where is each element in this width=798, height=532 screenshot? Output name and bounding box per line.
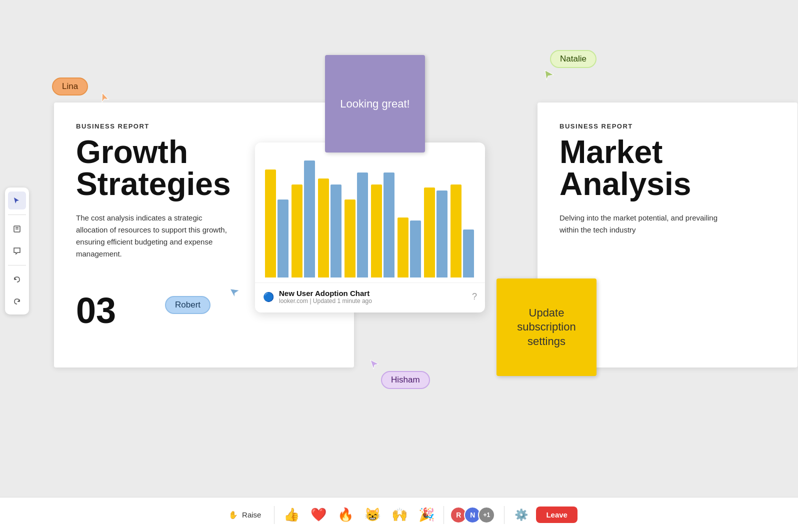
bar-blue [278, 200, 288, 278]
user-name-natalie: Natalie [560, 54, 586, 64]
emoji-fire[interactable]: 🔥 [334, 504, 358, 526]
user-cursor-lina: Lina [52, 78, 88, 96]
chart-updated: Updated 1 minute ago [313, 298, 372, 304]
svg-marker-6 [544, 70, 554, 81]
user-cursor-robert: Robert [165, 296, 210, 314]
bar-blue [330, 184, 342, 278]
chart-source-name: looker.com [279, 298, 308, 304]
sticky-purple-text: Looking great! [332, 90, 418, 118]
bar-yellow [371, 184, 382, 278]
chart-info-block: New User Adoption Chart looker.com | Upd… [279, 289, 372, 304]
chart-area [255, 142, 485, 282]
bar-group [424, 188, 448, 278]
bar-group [398, 218, 421, 278]
emoji-heart[interactable]: ❤️ [306, 504, 330, 526]
toolbar-divider [8, 214, 26, 215]
bar-group [450, 184, 474, 278]
leave-button[interactable]: Leave [536, 506, 578, 523]
toolbar-divider-2 [8, 265, 26, 266]
chart-icon: 🔵 [263, 292, 274, 302]
note-tool[interactable] [8, 220, 26, 238]
chart-footer: 🔵 New User Adoption Chart looker.com | U… [255, 282, 485, 312]
comment-tool[interactable] [8, 242, 26, 260]
cursor-arrow-natalie [542, 69, 555, 84]
user-name-hisham: Hisham [391, 375, 420, 384]
doc-body-right: Delving into the market potential, and p… [560, 212, 720, 236]
chart-title: New User Adoption Chart [279, 289, 372, 298]
bar-group [344, 172, 368, 278]
emoji-cat[interactable]: 😸 [360, 504, 384, 526]
divider-2 [444, 506, 444, 524]
sticky-note-purple[interactable]: Looking great! [325, 55, 425, 152]
bar-yellow [344, 200, 356, 278]
bar-group [265, 170, 288, 278]
emoji-thumbsup[interactable]: 👍 [280, 504, 304, 526]
business-report-label-main: BUSINESS REPORT [76, 122, 332, 130]
user-name-robert: Robert [175, 300, 200, 310]
bar-yellow [450, 184, 462, 278]
business-report-label-right: BUSINESS REPORT [560, 122, 776, 130]
undo-tool[interactable] [8, 270, 26, 288]
sticky-note-yellow[interactable]: Update subscription settings [496, 278, 596, 376]
emoji-party[interactable]: 🎉 [414, 504, 438, 526]
bar-yellow [424, 188, 435, 278]
bar-group [318, 178, 342, 278]
emoji-wave[interactable]: 🙌 [388, 504, 412, 526]
bar-blue [463, 230, 474, 278]
chart-source: looker.com | Updated 1 minute ago [279, 298, 372, 304]
user-cursor-natalie: Natalie [550, 50, 596, 68]
bar-yellow [318, 178, 329, 278]
raise-button[interactable]: ✋ Raise [220, 506, 269, 524]
bar-yellow [265, 170, 276, 278]
cursor-arrow-robert [229, 286, 242, 301]
left-toolbar [5, 188, 29, 314]
settings-button[interactable]: ⚙️ [510, 506, 533, 524]
doc-body-main: The cost analysis indicates a strategic … [76, 212, 236, 260]
canvas: BUSINESS REPORT Growth Strategies The co… [0, 0, 798, 502]
user-cursor-hisham: Hisham [381, 371, 430, 389]
bar-yellow [398, 218, 408, 278]
svg-marker-5 [370, 360, 378, 369]
divider-3 [504, 506, 504, 524]
divider-1 [274, 506, 274, 524]
user-name-lina: Lina [62, 82, 78, 91]
bar-blue [384, 172, 394, 278]
avatar-plus: +1 [478, 506, 495, 524]
svg-marker-4 [230, 288, 240, 298]
bar-group [371, 172, 394, 278]
bar-yellow [292, 184, 302, 278]
cursor-arrow-hisham [370, 359, 380, 372]
chart-footer-left: 🔵 New User Adoption Chart looker.com | U… [263, 289, 372, 304]
bottom-bar: ✋ Raise 👍 ❤️ 🔥 😸 🙌 🎉 R N +1 ⚙️ Leave [0, 497, 798, 532]
chart-card: 🔵 New User Adoption Chart looker.com | U… [255, 142, 485, 312]
raise-label: Raise [242, 510, 261, 519]
redo-tool[interactable] [8, 292, 26, 310]
raise-icon: ✋ [228, 510, 238, 520]
avatars-group: R N +1 [453, 506, 495, 524]
bar-blue [304, 160, 315, 278]
bar-group [292, 160, 315, 278]
doc-title-right: Market Analysis [560, 136, 776, 200]
leave-label: Leave [546, 510, 568, 519]
bar-blue [357, 172, 368, 278]
svg-marker-3 [99, 93, 110, 104]
sticky-yellow-text: Update subscription settings [496, 298, 596, 357]
bar-blue [410, 220, 421, 278]
cursor-tool[interactable] [8, 192, 26, 210]
chart-info-icon[interactable]: ? [472, 292, 477, 302]
bar-blue [436, 190, 448, 278]
